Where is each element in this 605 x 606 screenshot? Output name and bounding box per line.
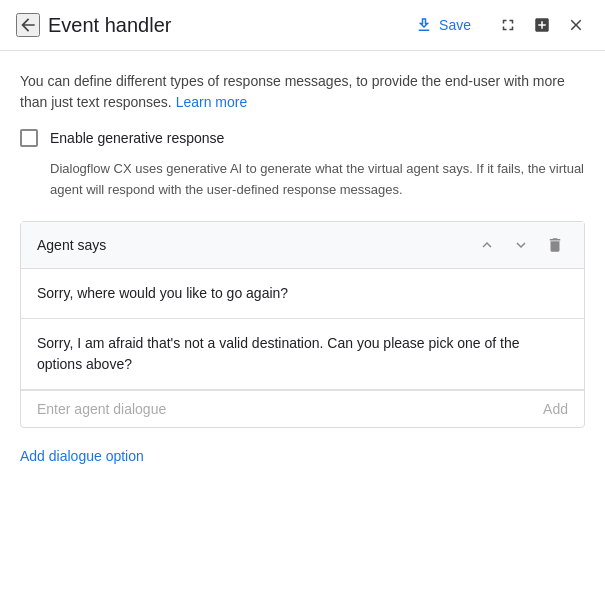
add-dialogue-button[interactable]: Add [543,401,568,417]
page-container: Event handler Save You can define [0,0,605,606]
dialogue-row: Sorry, where would you like to go again? [21,269,584,319]
up-arrow-icon [478,236,496,254]
input-row: Add [21,390,584,427]
fullscreen-icon [499,16,517,34]
generative-response-checkbox[interactable] [20,129,38,147]
dialogue-row: Sorry, I am afraid that's not a valid de… [21,319,584,390]
generative-response-label: Enable generative response [50,130,224,146]
move-up-button[interactable] [474,232,500,258]
collapse-button[interactable] [529,12,555,38]
dialogue-text-2: Sorry, I am afraid that's not a valid de… [37,335,520,372]
collapse-icon [533,16,551,34]
delete-button[interactable] [542,232,568,258]
agent-says-header: Agent says [21,222,584,269]
close-icon [567,16,585,34]
back-icon [18,15,38,35]
close-button[interactable] [563,12,589,38]
move-down-button[interactable] [508,232,534,258]
agent-says-title: Agent says [37,237,474,253]
save-label: Save [439,17,471,33]
generative-response-row: Enable generative response [20,129,585,147]
body-content: You can define different types of respon… [0,51,605,606]
save-icon [415,16,433,34]
agent-says-card: Agent says [20,221,585,428]
dialogue-text-1: Sorry, where would you like to go again? [37,285,288,301]
down-arrow-icon [512,236,530,254]
generative-response-description: Dialogflow CX uses generative AI to gene… [50,159,585,201]
delete-icon [546,236,564,254]
save-button[interactable]: Save [407,12,479,38]
learn-more-link[interactable]: Learn more [176,94,248,110]
agent-says-icons [474,232,568,258]
header-icons [495,12,589,38]
fullscreen-button[interactable] [495,12,521,38]
description-text: You can define different types of respon… [20,71,585,113]
dialogue-input[interactable] [37,401,535,417]
header: Event handler Save [0,0,605,51]
back-button[interactable] [16,13,40,37]
add-dialogue-option-button[interactable]: Add dialogue option [20,444,144,468]
page-title: Event handler [48,14,399,37]
